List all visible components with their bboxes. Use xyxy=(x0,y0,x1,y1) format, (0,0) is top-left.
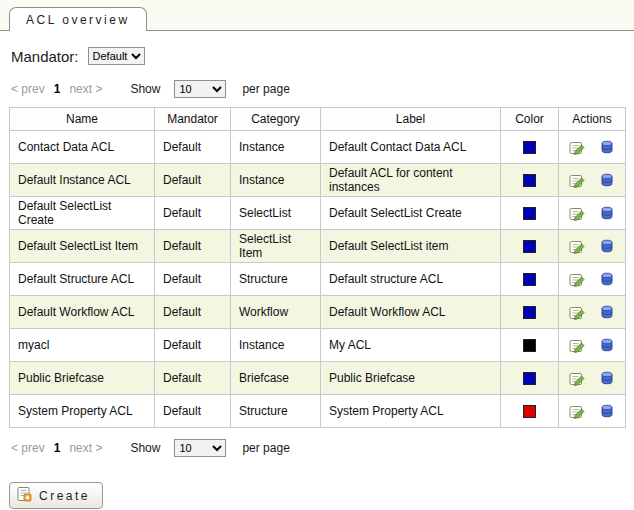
cell-category: Instance xyxy=(231,164,321,197)
mandator-select[interactable]: Default xyxy=(88,47,145,65)
acl-table: Name Mandator Category Label Color Actio… xyxy=(9,107,626,428)
cell-actions xyxy=(559,164,626,197)
color-swatch xyxy=(523,306,536,319)
cell-category: Structure xyxy=(231,395,321,428)
edit-icon[interactable] xyxy=(569,205,585,221)
prev-link[interactable]: < prev xyxy=(11,82,45,96)
cell-category: Briefcase xyxy=(231,362,321,395)
color-swatch xyxy=(523,240,536,253)
cell-label: Default Workflow ACL xyxy=(321,296,501,329)
cell-name: Default Structure ACL xyxy=(10,263,155,296)
delete-icon[interactable] xyxy=(599,139,615,155)
color-swatch xyxy=(523,273,536,286)
cell-name: Default SelectList Item xyxy=(10,230,155,263)
cell-actions xyxy=(559,197,626,230)
show-label: Show xyxy=(130,82,160,96)
cell-actions xyxy=(559,296,626,329)
edit-icon[interactable] xyxy=(569,172,585,188)
table-row: Default Structure ACL Default Structure … xyxy=(10,263,626,296)
cell-category: Instance xyxy=(231,329,321,362)
cell-label: Default structure ACL xyxy=(321,263,501,296)
table-row: Default Instance ACL Default Instance De… xyxy=(10,164,626,197)
edit-icon[interactable] xyxy=(569,304,585,320)
delete-icon[interactable] xyxy=(599,403,615,419)
cell-mandator: Default xyxy=(155,395,231,428)
table-row: Default SelectList Create Default Select… xyxy=(10,197,626,230)
page-size-select[interactable]: 10 xyxy=(174,80,226,98)
edit-icon[interactable] xyxy=(569,139,585,155)
main-content: Mandator: Default < prev 1 next > Show 1… xyxy=(0,47,634,509)
prev-link[interactable]: < prev xyxy=(11,441,45,455)
per-page-label: per page xyxy=(242,82,289,96)
cell-label: System Property ACL xyxy=(321,395,501,428)
delete-icon[interactable] xyxy=(599,205,615,221)
page-number[interactable]: 1 xyxy=(54,441,61,455)
edit-icon[interactable] xyxy=(569,403,585,419)
color-swatch xyxy=(523,141,536,154)
cell-name: Contact Data ACL xyxy=(10,131,155,164)
cell-mandator: Default xyxy=(155,329,231,362)
cell-name: System Property ACL xyxy=(10,395,155,428)
create-button[interactable]: Create xyxy=(9,482,103,509)
cell-color xyxy=(501,197,559,230)
mandator-label: Mandator: xyxy=(11,48,79,65)
cell-mandator: Default xyxy=(155,362,231,395)
table-row: Public Briefcase Default Briefcase Publi… xyxy=(10,362,626,395)
cell-actions xyxy=(559,230,626,263)
color-swatch xyxy=(523,405,536,418)
edit-icon[interactable] xyxy=(569,370,585,386)
cell-name: Default Instance ACL xyxy=(10,164,155,197)
delete-icon[interactable] xyxy=(599,172,615,188)
col-header-color: Color xyxy=(501,108,559,131)
delete-icon[interactable] xyxy=(599,337,615,353)
delete-icon[interactable] xyxy=(599,304,615,320)
cell-mandator: Default xyxy=(155,263,231,296)
cell-name: Default SelectList Create xyxy=(10,197,155,230)
cell-label: Default ACL for content instances xyxy=(321,164,501,197)
table-row: Contact Data ACL Default Instance Defaul… xyxy=(10,131,626,164)
edit-icon[interactable] xyxy=(569,238,585,254)
cell-name: myacl xyxy=(10,329,155,362)
cell-color xyxy=(501,131,559,164)
cell-category: SelectList xyxy=(231,197,321,230)
edit-icon[interactable] xyxy=(569,337,585,353)
table-row: Default SelectList Item Default SelectLi… xyxy=(10,230,626,263)
cell-color xyxy=(501,296,559,329)
table-row: myacl Default Instance My ACL xyxy=(10,329,626,362)
per-page-label: per page xyxy=(242,441,289,455)
color-swatch xyxy=(523,207,536,220)
delete-icon[interactable] xyxy=(599,370,615,386)
cell-label: My ACL xyxy=(321,329,501,362)
cell-name: Default Workflow ACL xyxy=(10,296,155,329)
page-number[interactable]: 1 xyxy=(54,82,61,96)
tab-acl-overview[interactable]: ACL overview xyxy=(9,7,147,31)
cell-category: Workflow xyxy=(231,296,321,329)
cell-color xyxy=(501,263,559,296)
color-swatch xyxy=(523,174,536,187)
col-header-actions: Actions xyxy=(559,108,626,131)
cell-category: Structure xyxy=(231,263,321,296)
cell-color xyxy=(501,230,559,263)
mandator-row: Mandator: Default xyxy=(11,47,625,65)
cell-mandator: Default xyxy=(155,131,231,164)
cell-color xyxy=(501,362,559,395)
cell-actions xyxy=(559,131,626,164)
page-size-select[interactable]: 10 xyxy=(174,439,226,457)
next-link[interactable]: next > xyxy=(69,82,102,96)
next-link[interactable]: next > xyxy=(69,441,102,455)
show-label: Show xyxy=(130,441,160,455)
cell-mandator: Default xyxy=(155,197,231,230)
tab-label: ACL overview xyxy=(26,13,130,27)
delete-icon[interactable] xyxy=(599,238,615,254)
cell-actions xyxy=(559,395,626,428)
cell-color xyxy=(501,164,559,197)
cell-category: SelectList Item xyxy=(231,230,321,263)
cell-label: Public Briefcase xyxy=(321,362,501,395)
cell-mandator: Default xyxy=(155,296,231,329)
cell-label: Default Contact Data ACL xyxy=(321,131,501,164)
edit-icon[interactable] xyxy=(569,271,585,287)
pagination-bottom: < prev 1 next > Show 10 per page xyxy=(11,438,625,458)
table-row: Default Workflow ACL Default Workflow De… xyxy=(10,296,626,329)
cell-actions xyxy=(559,362,626,395)
delete-icon[interactable] xyxy=(599,271,615,287)
